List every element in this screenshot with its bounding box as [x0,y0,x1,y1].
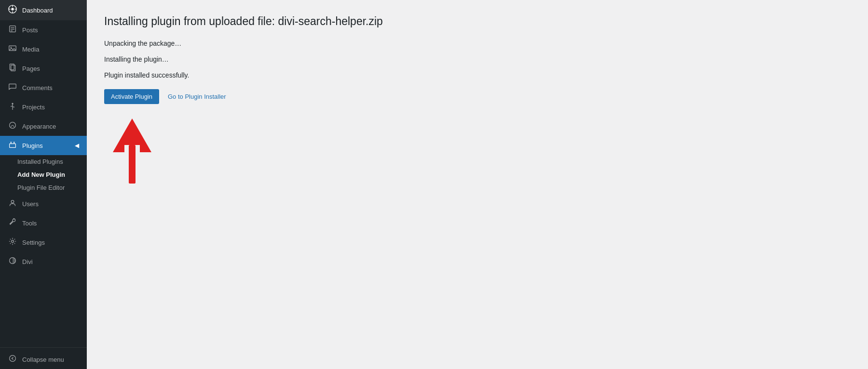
main-content: Installing plugin from uploaded file: di… [87,0,868,369]
sidebar-item-label: Comments [22,84,53,92]
sidebar-item-label: Appearance [22,123,56,130]
red-arrow-annotation [113,119,851,186]
posts-icon [8,25,17,35]
svg-rect-28 [129,145,136,184]
svg-line-17 [13,107,14,107]
plugins-arrow-icon: ◀ [75,142,79,149]
sidebar-item-label: Divi [22,258,33,265]
sidebar-item-media[interactable]: Media [0,40,87,59]
submenu-add-new-plugin[interactable]: Add New Plugin [0,168,87,181]
sidebar-divider [0,347,87,348]
activate-plugin-button[interactable]: Activate Plugin [104,89,159,104]
appearance-icon [8,121,17,131]
sidebar-item-posts[interactable]: Posts [0,20,87,40]
sidebar-item-appearance[interactable]: Appearance [0,117,87,136]
sidebar-item-pages[interactable]: Pages [0,59,87,78]
plugins-icon [8,141,17,150]
action-row: Activate Plugin Go to Plugin Installer [104,89,851,104]
sidebar-item-label: Projects [22,104,45,111]
sidebar-item-users[interactable]: Users [0,194,87,213]
sidebar-item-label: Pages [22,65,40,72]
sidebar: Dashboard Posts Media [0,0,87,369]
svg-point-1 [11,8,14,10]
svg-point-25 [12,240,14,243]
sidebar-item-label: Media [22,46,39,53]
projects-icon [8,102,17,112]
sidebar-item-label: Tools [22,220,37,227]
sidebar-item-plugins[interactable]: Plugins ◀ [0,136,87,155]
sidebar-item-divi[interactable]: Divi [0,252,87,271]
settings-icon [8,237,17,247]
sidebar-item-label: Dashboard [22,7,53,14]
sidebar-item-comments[interactable]: Comments [0,78,87,97]
sidebar-item-dashboard[interactable]: Dashboard [0,0,87,20]
sidebar-item-label: Users [22,200,39,208]
plugins-submenu: Installed Plugins Add New Plugin Plugin … [0,155,87,194]
submenu-installed-plugins[interactable]: Installed Plugins [0,155,87,168]
svg-rect-19 [10,144,16,147]
sidebar-item-label: Plugins [22,142,43,149]
divi-icon [8,257,17,266]
svg-line-16 [11,106,13,106]
svg-point-24 [11,200,14,203]
step-success: Plugin installed successfully. [104,70,851,80]
svg-point-27 [10,356,16,362]
dashboard-icon [8,5,17,15]
pages-icon [8,64,17,73]
svg-point-14 [12,103,13,105]
submenu-plugin-file-editor[interactable]: Plugin File Editor [0,181,87,194]
sidebar-item-projects[interactable]: Projects [0,97,87,117]
comments-icon [8,83,17,92]
tools-icon [8,218,17,228]
collapse-menu-button[interactable]: Collapse menu [0,350,87,369]
sidebar-item-label: Posts [22,26,38,34]
sidebar-item-tools[interactable]: Tools [0,213,87,233]
page-title: Installing plugin from uploaded file: di… [104,14,851,29]
collapse-icon [8,355,17,364]
collapse-menu-label: Collapse menu [22,356,64,363]
sidebar-item-label: Settings [22,239,45,246]
users-icon [8,199,17,209]
red-arrow-icon [113,119,151,186]
step-install: Installing the plugin… [104,54,851,65]
sidebar-item-settings[interactable]: Settings [0,233,87,252]
step-unpack: Unpacking the package… [104,39,851,49]
media-icon [8,44,17,54]
go-to-installer-link[interactable]: Go to Plugin Installer [168,93,226,100]
